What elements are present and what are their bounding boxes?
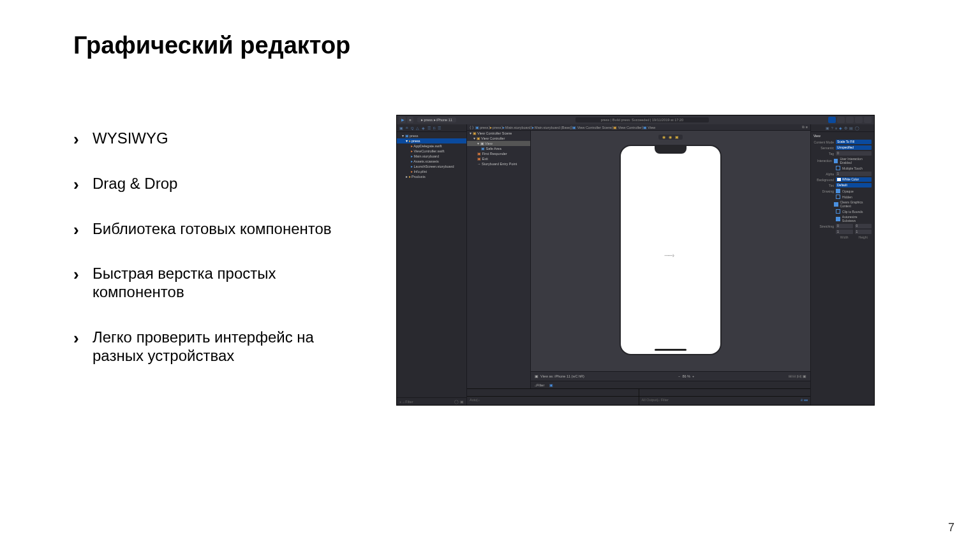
run-button[interactable]: ▶ — [399, 117, 406, 123]
debug-area: Auto | ⌕ All Output | ⌕ Filter⎚ ▣▣ — [467, 388, 810, 405]
outline-vc[interactable]: ▾ ▣ View Controller — [467, 136, 530, 141]
user-interaction-checkbox[interactable] — [834, 159, 838, 163]
zoom-in-button[interactable]: + — [692, 374, 694, 378]
home-indicator — [655, 349, 687, 351]
inspector-panel: ▣?≡◈⚙▤◯ View Content ModeScale To Fill S… — [810, 124, 874, 405]
forward-icon[interactable]: ⟩ — [472, 126, 473, 129]
nav-group[interactable]: ▾ ▸ press — [397, 138, 466, 143]
scene-dock[interactable]: ◉◉▣ — [658, 135, 683, 140]
outline-safearea[interactable]: ▣ Safe Area — [467, 146, 530, 151]
device-preview[interactable] — [620, 145, 722, 355]
stretch-h-field[interactable]: 1 — [855, 230, 872, 234]
bullet-item: Легко проверить интерфейс на разных устр… — [73, 328, 348, 365]
project-nav-icon[interactable]: ▣ — [399, 126, 403, 130]
canvas[interactable]: ◉◉▣ ──› ↖ ▣ View as: iPhone 11 (​wC hR) … — [531, 131, 810, 388]
inspector-tabs[interactable]: ▣?≡◈⚙▤◯ — [811, 124, 874, 132]
tint-select[interactable]: Default — [836, 183, 872, 187]
project-navigator[interactable]: ▾ ▣ press ▾ ▸ press ▸ AppDelegate.swift … — [397, 132, 466, 397]
xcode-window: ▶ ■ ▸ press ▸ iPhone 11 press | Build pr… — [396, 115, 875, 406]
outline-entry[interactable]: → Storyboard Entry Point — [467, 161, 530, 166]
inspector-section: View — [813, 134, 872, 138]
xcode-toolbar: ▶ ■ ▸ press ▸ iPhone 11 press | Build pr… — [397, 115, 874, 124]
nav-file[interactable]: ▸ AppDelegate.swift — [397, 143, 466, 149]
outline-view[interactable]: ▾ ▣ View — [467, 141, 530, 146]
outline-first-responder[interactable]: ▣ First Responder — [467, 151, 530, 156]
stretch-x-field[interactable]: 0 — [836, 224, 853, 228]
alpha-field[interactable]: 1 — [836, 172, 872, 176]
zoom-level[interactable]: 86 % — [682, 374, 690, 378]
cursor-icon: ──› ↖ — [664, 252, 674, 265]
stop-button[interactable]: ■ — [407, 117, 413, 123]
outline-scene[interactable]: ▾ ▣ View Controller Scene — [467, 131, 530, 136]
console-header — [639, 389, 811, 396]
nav-file[interactable]: ▸ LaunchScreen.storyboard — [397, 164, 466, 169]
hidden-checkbox[interactable] — [836, 195, 840, 199]
adjust-editor-icon[interactable]: ⧉ ≡ — [802, 125, 808, 129]
library-button[interactable] — [828, 117, 836, 123]
bullet-item: WYSIWYG — [73, 129, 348, 148]
stretch-y-field[interactable]: 0 — [855, 224, 872, 228]
slide-title: Графический редактор — [73, 32, 929, 59]
semantic-select[interactable]: Unspecified — [836, 145, 872, 150]
nav-file[interactable]: ▸ Main.storyboard — [397, 154, 466, 159]
page-number: 7 — [948, 521, 954, 534]
attributes-inspector-icon: ◈ — [839, 126, 842, 130]
navigator-panel: ▣⧈Q△◈☰⎘☰ ▾ ▣ press ▾ ▸ press ▸ AppDelega… — [397, 124, 467, 405]
stretch-w-field[interactable]: 1 — [836, 230, 853, 234]
zoom-out-button[interactable]: − — [678, 374, 680, 378]
background-select[interactable]: White Color — [836, 177, 872, 182]
bullet-item: Быстрая верстка простых компонентов — [73, 265, 348, 302]
panel-toggle-left[interactable] — [846, 117, 854, 123]
panel-toggle-right[interactable] — [864, 117, 872, 123]
bullet-item: Библиотека готовых компонентов — [73, 220, 348, 239]
view-as-button[interactable]: ▣ View as: iPhone 11 (​wC hR) — [535, 374, 584, 378]
document-outline[interactable]: ▾ ▣ View Controller Scene ▾ ▣ View Contr… — [467, 131, 531, 388]
activity-status: press | Build press: Succeeded | 19/11/2… — [456, 118, 828, 122]
panel-toggle-bottom[interactable] — [855, 117, 863, 123]
autoresize-checkbox[interactable] — [836, 217, 840, 221]
clears-gc-checkbox[interactable] — [834, 202, 838, 207]
nav-file[interactable]: ▸ Assets.xcassets — [397, 159, 466, 164]
notch-icon — [655, 146, 687, 154]
clear-console-icon[interactable]: ⎚ ▣▣ — [801, 398, 808, 402]
scheme-selector[interactable]: ▸ press ▸ iPhone 11 — [417, 117, 456, 122]
back-icon[interactable]: ⟨ — [470, 126, 471, 129]
outline-filter[interactable]: ⌕ Filter ▣ — [531, 381, 810, 388]
jump-bar[interactable]: ⟨ ⟩ ▣ press ⟩ ▸ press ⟩ ▸ Main.storyboar… — [467, 124, 810, 131]
tag-field[interactable]: 0 — [836, 151, 872, 156]
nav-products[interactable]: ▸ ▸ Products — [397, 174, 466, 179]
all-output-selector[interactable]: All Output — [642, 398, 657, 402]
nav-file[interactable]: ▸ Info.plist — [397, 169, 466, 174]
navigator-tabs[interactable]: ▣⧈Q△◈☰⎘☰ — [397, 124, 466, 132]
nav-file[interactable]: ▸ ViewController.swift — [397, 149, 466, 154]
constraint-buttons[interactable]: ⊞ ⊟ |⊟| ▣ — [789, 374, 806, 378]
outline-exit[interactable]: ▣ Exit — [467, 156, 530, 161]
code-review-button[interactable] — [837, 117, 845, 123]
nav-root[interactable]: ▾ ▣ press — [397, 133, 466, 138]
variables-view-header — [467, 389, 639, 396]
clip-bounds-checkbox[interactable] — [836, 209, 840, 214]
opaque-checkbox[interactable] — [836, 189, 840, 193]
canvas-bottom-bar: ▣ View as: iPhone 11 (​wC hR) − 86 % + ⊞… — [531, 371, 810, 381]
navigator-filter[interactable]: + ⌕ Filter◯ ▣ — [397, 397, 466, 405]
multiple-touch-checkbox[interactable] — [836, 166, 840, 170]
bullet-item: Drag & Drop — [73, 175, 348, 193]
content-mode-select[interactable]: Scale To Fill — [836, 140, 872, 144]
auto-selector[interactable]: Auto — [470, 398, 477, 402]
